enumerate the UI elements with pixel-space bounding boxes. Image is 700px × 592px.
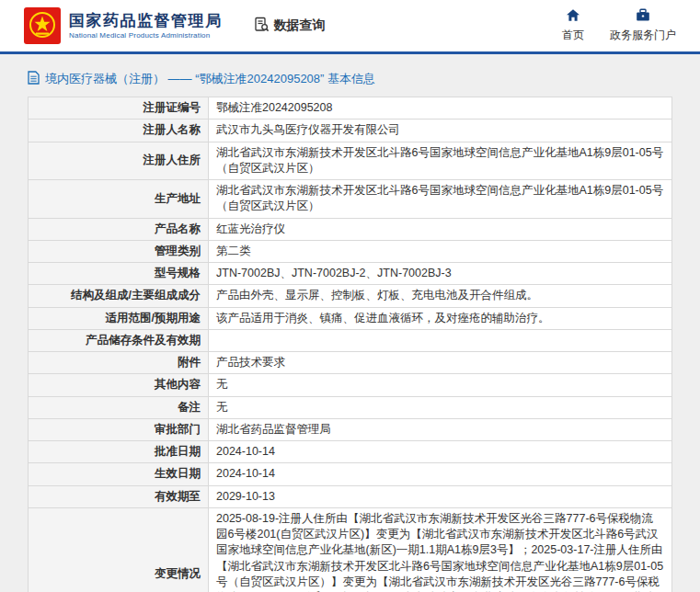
info-table: 注册证编号鄂械注准20242095208注册人名称武汉市九头鸟医疗仪器开发有限公… bbox=[28, 97, 672, 592]
brand: 国家药品监督管理局 National Medical Products Admi… bbox=[24, 7, 326, 44]
table-row: 结构及组成/主要组成成分产品由外壳、显示屏、控制板、灯板、充电电池及开合件组成。 bbox=[29, 285, 672, 307]
table-row: 其他内容无 bbox=[29, 374, 672, 396]
row-value bbox=[209, 329, 672, 351]
row-value: 2025-08-19-注册人住所由【湖北省武汉市东湖新技术开发区光谷三路777-… bbox=[209, 507, 672, 592]
table-row: 附件产品技术要求 bbox=[29, 352, 672, 374]
row-value: 产品由外壳、显示屏、控制板、灯板、充电电池及开合件组成。 bbox=[209, 285, 672, 307]
page-title-text: 境内医疗器械（注册） —— “鄂械注准20242095208” 基本信息 bbox=[45, 71, 375, 87]
row-label: 审批部门 bbox=[29, 418, 209, 440]
row-value: 武汉市九头鸟医疗仪器开发有限公司 bbox=[209, 120, 672, 142]
row-label: 注册人住所 bbox=[29, 142, 209, 180]
portal-icon bbox=[636, 8, 650, 25]
row-value: 该产品适用于消炎、镇痛、促进血液循环，及对痤疮的辅助治疗。 bbox=[209, 307, 672, 329]
row-label: 生产地址 bbox=[29, 180, 209, 219]
data-query-icon bbox=[254, 17, 270, 35]
page-title: 境内医疗器械（注册） —— “鄂械注准20242095208” 基本信息 bbox=[28, 71, 672, 87]
row-label: 生效日期 bbox=[29, 463, 209, 485]
row-value: 2029-10-13 bbox=[209, 485, 672, 507]
row-label: 注册人名称 bbox=[29, 120, 209, 142]
row-label: 其他内容 bbox=[29, 374, 209, 396]
row-value: 湖北省武汉市东湖新技术开发区北斗路6号国家地球空间信息产业化基地A1栋9层01-… bbox=[209, 180, 672, 219]
site-title: 国家药品监督管理局 bbox=[69, 12, 223, 30]
table-row: 批准日期2024-10-14 bbox=[29, 441, 672, 463]
data-query-label: 数据查询 bbox=[274, 17, 326, 34]
row-value: 湖北省药品监督管理局 bbox=[209, 418, 672, 440]
national-emblem-logo bbox=[24, 7, 61, 44]
brand-text: 国家药品监督管理局 National Medical Products Admi… bbox=[69, 12, 223, 40]
row-value: 无 bbox=[209, 374, 672, 396]
table-row: 产品名称红蓝光治疗仪 bbox=[29, 218, 672, 240]
table-row: 生效日期2024-10-14 bbox=[29, 463, 672, 485]
nav-data-query[interactable]: 数据查询 bbox=[254, 17, 326, 35]
info-table-body: 注册证编号鄂械注准20242095208注册人名称武汉市九头鸟医疗仪器开发有限公… bbox=[29, 97, 672, 592]
table-row: 审批部门湖北省药品监督管理局 bbox=[29, 418, 672, 440]
table-row: 适用范围/预期用途该产品适用于消炎、镇痛、促进血液循环，及对痤疮的辅助治疗。 bbox=[29, 307, 672, 329]
site-subtitle: National Medical Products Administration bbox=[69, 31, 223, 40]
nav-home[interactable]: 首页 bbox=[562, 8, 584, 43]
document-icon bbox=[28, 71, 40, 87]
nav-portal[interactable]: 政务服务门户 bbox=[610, 8, 676, 43]
row-label: 注册证编号 bbox=[29, 97, 209, 120]
row-value: 红蓝光治疗仪 bbox=[209, 218, 672, 240]
row-label: 附件 bbox=[29, 352, 209, 374]
row-label: 型号规格 bbox=[29, 263, 209, 285]
row-value: 鄂械注准20242095208 bbox=[209, 97, 672, 120]
row-label: 变更情况 bbox=[29, 507, 209, 592]
table-row: 生产地址湖北省武汉市东湖新技术开发区北斗路6号国家地球空间信息产业化基地A1栋9… bbox=[29, 180, 672, 219]
row-value: 湖北省武汉市东湖新技术开发区北斗路6号国家地球空间信息产业化基地A1栋9层01-… bbox=[209, 142, 672, 180]
site-header: 国家药品监督管理局 National Medical Products Admi… bbox=[0, 0, 700, 51]
nav-portal-label: 政务服务门户 bbox=[610, 28, 676, 43]
row-value: 产品技术要求 bbox=[209, 352, 672, 374]
nav-home-label: 首页 bbox=[562, 28, 584, 43]
row-value: 第二类 bbox=[209, 240, 672, 262]
row-value: 2024-10-14 bbox=[209, 463, 672, 485]
table-row: 变更情况2025-08-19-注册人住所由【湖北省武汉市东湖新技术开发区光谷三路… bbox=[29, 507, 672, 592]
row-label: 产品名称 bbox=[29, 218, 209, 240]
home-icon bbox=[566, 8, 580, 25]
row-label: 结构及组成/主要组成成分 bbox=[29, 285, 209, 307]
row-label: 有效期至 bbox=[29, 485, 209, 507]
table-row: 注册人住所湖北省武汉市东湖新技术开发区北斗路6号国家地球空间信息产业化基地A1栋… bbox=[29, 142, 672, 180]
row-label: 管理类别 bbox=[29, 240, 209, 262]
header-nav: 首页 政务服务门户 bbox=[562, 8, 682, 43]
row-value: 无 bbox=[209, 396, 672, 418]
table-row: 有效期至2029-10-13 bbox=[29, 485, 672, 507]
table-row: 注册人名称武汉市九头鸟医疗仪器开发有限公司 bbox=[29, 120, 672, 142]
table-row: 管理类别第二类 bbox=[29, 240, 672, 262]
row-value: JTN-7002BJ、JTN-7002BJ-2、JTN-7002BJ-3 bbox=[209, 263, 672, 285]
main-content: 境内医疗器械（注册） —— “鄂械注准20242095208” 基本信息 注册证… bbox=[0, 54, 700, 592]
row-label: 产品储存条件及有效期 bbox=[29, 329, 209, 351]
row-label: 批准日期 bbox=[29, 441, 209, 463]
table-row: 注册证编号鄂械注准20242095208 bbox=[29, 97, 672, 120]
table-row: 产品储存条件及有效期 bbox=[29, 329, 672, 351]
row-label: 适用范围/预期用途 bbox=[29, 307, 209, 329]
row-value: 2024-10-14 bbox=[209, 441, 672, 463]
row-label: 备注 bbox=[29, 396, 209, 418]
table-row: 型号规格JTN-7002BJ、JTN-7002BJ-2、JTN-7002BJ-3 bbox=[29, 263, 672, 285]
table-row: 备注无 bbox=[29, 396, 672, 418]
